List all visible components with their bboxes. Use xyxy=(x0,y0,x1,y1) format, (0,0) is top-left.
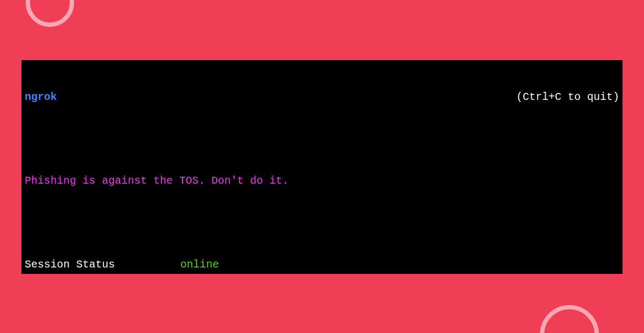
tos-warning: Phishing is against the TOS. Don't do it… xyxy=(25,174,619,188)
session-status-value: online xyxy=(180,258,219,272)
app-name: ngrok xyxy=(25,90,57,104)
session-status-row: Session Statusonline xyxy=(25,258,619,272)
decorative-circle-top xyxy=(26,0,74,27)
decorative-circle-bottom xyxy=(540,305,599,333)
terminal-window[interactable]: ngrok (Ctrl+C to quit) Phishing is again… xyxy=(21,60,623,274)
terminal-header: ngrok (Ctrl+C to quit) xyxy=(25,90,619,104)
session-status-label: Session Status xyxy=(25,258,180,272)
quit-hint: (Ctrl+C to quit) xyxy=(516,90,619,104)
